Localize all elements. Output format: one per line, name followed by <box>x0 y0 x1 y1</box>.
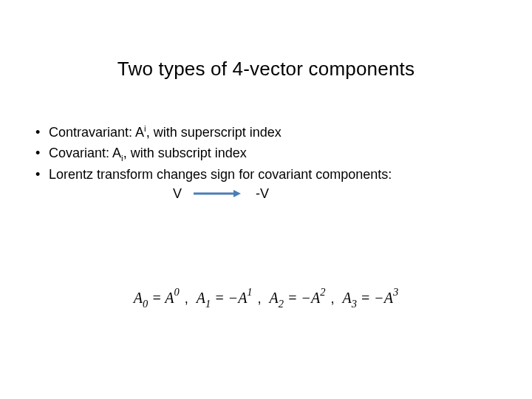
equation-a2: A2 = −A2 <box>270 290 326 307</box>
comma: , <box>258 291 262 306</box>
bullet-contravariant: Contravariant: Ai, with superscript inde… <box>30 123 532 141</box>
slide-title: Two types of 4-vector components <box>0 58 532 81</box>
eq-lhs-sub: 2 <box>279 298 284 310</box>
eq-lhs-sub: 1 <box>205 298 211 310</box>
lorentz-v-right: -V <box>256 186 269 202</box>
eq-equals: = − <box>284 290 311 306</box>
eq-lhs-sub: 0 <box>143 298 148 310</box>
slide: Two types of 4-vector components Contrav… <box>0 58 532 399</box>
eq-equals: = − <box>211 290 238 306</box>
comma: , <box>330 291 334 306</box>
eq-rhs-sup: 1 <box>247 286 252 298</box>
eq-rhs-sup: 3 <box>393 286 398 298</box>
eq-lhs-base: A <box>134 290 143 306</box>
bullet-text: , with superscript index <box>146 125 282 140</box>
bullet-text: , with subscript index <box>123 146 247 160</box>
eq-lhs-base: A <box>342 290 351 306</box>
eq-equals: = <box>148 290 165 306</box>
equation-a1: A1 = −A1 <box>197 290 253 307</box>
equation-a0: A0 = A0 <box>134 290 180 307</box>
bullet-text: Covariant: A <box>49 146 121 160</box>
equation-a3: A3 = −A3 <box>342 290 398 307</box>
eq-rhs-base: A <box>238 290 247 306</box>
bullet-lorentz: Lorentz transform changes sign for covar… <box>30 166 532 183</box>
bullet-covariant: Covariant: Ai, with subscript index <box>30 144 532 162</box>
svg-marker-1 <box>233 190 241 197</box>
eq-rhs-sup: 2 <box>320 286 325 298</box>
bullet-text: Lorentz transform changes sign for covar… <box>49 167 392 182</box>
lorentz-transform-row: V -V <box>0 186 532 202</box>
bullet-text: Contravariant: A <box>49 125 144 140</box>
eq-rhs-base: A <box>165 290 174 306</box>
comma: , <box>185 291 188 306</box>
eq-equals: = − <box>357 290 384 306</box>
equations-row: A0 = A0 , A1 = −A1 , A2 = −A2 , A3 = −A3 <box>0 290 532 307</box>
arrow-icon <box>194 189 241 198</box>
eq-lhs-base: A <box>270 290 279 306</box>
eq-lhs-base: A <box>197 290 205 306</box>
bullet-list: Contravariant: Ai, with superscript inde… <box>30 123 532 183</box>
lorentz-v-left: V <box>173 186 182 202</box>
eq-rhs-base: A <box>384 290 393 306</box>
eq-lhs-sub: 3 <box>352 298 357 310</box>
eq-rhs-base: A <box>311 290 320 306</box>
eq-rhs-sup: 0 <box>174 286 180 298</box>
